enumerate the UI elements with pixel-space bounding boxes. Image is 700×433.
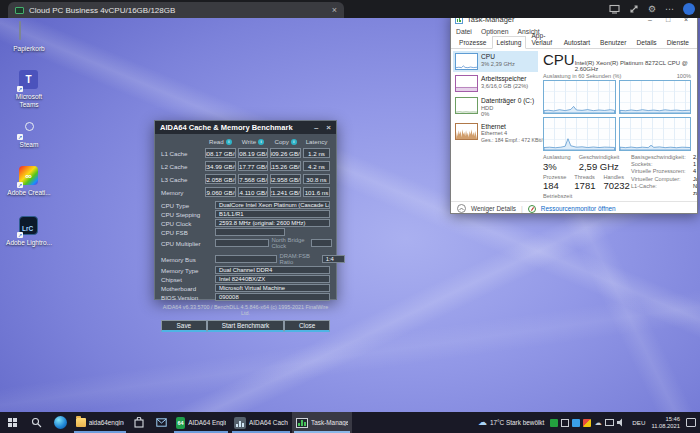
more-options-icon[interactable]: ⋯	[665, 4, 674, 14]
threads-value: 1781	[574, 180, 595, 191]
row-label: L2 Cache	[161, 163, 203, 170]
recycle-bin-icon	[19, 21, 21, 40]
info-icon[interactable]: i	[258, 139, 264, 145]
desktop-icon-creative-cloud[interactable]: ∞ ↗ Adobe Creati...	[6, 166, 52, 197]
sockets-value: 1	[693, 161, 696, 168]
value-box: 4.2 ns	[303, 161, 330, 171]
fullscreen-icon[interactable]	[629, 4, 639, 14]
sidebar-item-detail: 0%	[481, 111, 534, 118]
taskbar-edge-button[interactable]	[48, 412, 72, 433]
tab-leistung[interactable]: Leistung	[492, 36, 527, 49]
account-avatar[interactable]	[683, 3, 695, 15]
tray-app-icon[interactable]	[583, 419, 591, 427]
cpu-panel-heading: CPU	[543, 51, 575, 68]
tab-app-verlauf[interactable]: App-Verlauf	[526, 29, 558, 49]
taskbar-task-manager-button[interactable]: Task-Manager	[292, 412, 352, 433]
cpu-model-name: Intel(R) Xeon(R) Platinum 8272CL CPU @ 2…	[575, 60, 691, 72]
taskbar-mail-button[interactable]	[150, 412, 172, 433]
taskbar-store-button[interactable]	[128, 412, 150, 433]
info-row-chipset: Chipset Intel 82440BX/ZX	[161, 275, 330, 283]
start-button[interactable]	[0, 412, 24, 433]
browser-tab-strip: Cloud PC Business 4vCPU/16GB/128GB × ⚙ ⋯	[0, 0, 700, 18]
network-display-icon[interactable]	[605, 419, 614, 426]
close-button[interactable]: Close	[284, 320, 330, 332]
row-label: Memory	[161, 189, 203, 196]
graph-scale-max: 100%	[677, 73, 691, 79]
tab-close-icon[interactable]: ×	[332, 6, 337, 15]
value-box-empty	[215, 255, 277, 263]
less-details-button[interactable]: Weniger Details	[471, 205, 516, 212]
benchmark-header-row: Readi Writei Copyi Latency	[161, 138, 330, 145]
processes-value: 184	[543, 180, 566, 191]
tab-prozesse[interactable]: Prozesse	[454, 36, 492, 49]
save-button[interactable]: Save	[161, 320, 207, 332]
info-icon[interactable]: i	[226, 139, 232, 145]
cpu-core-graph-1	[543, 80, 616, 114]
value-box: DualCore Intel Xeon Platinum (Cascade La…	[215, 201, 330, 209]
send-to-device-icon[interactable]	[609, 4, 620, 14]
cpu-core-graphs	[543, 80, 691, 151]
tab-details[interactable]: Details	[631, 36, 661, 49]
aida64-tray-icon[interactable]	[550, 419, 558, 427]
value-box: 2593.8 MHz (original: 2600 MHz)	[215, 219, 330, 227]
value-box: 30.8 ns	[303, 174, 330, 184]
task-manager-menu-bar: Datei Optionen Ansicht	[451, 26, 697, 36]
aida64-title-bar[interactable]: AIDA64 Cache & Memory Benchmark – ×	[155, 121, 336, 134]
value-box: 809.26 GB/s	[270, 148, 301, 158]
taskbar-aida64-engineer-button[interactable]: 64 AIDA64 Engineer	[172, 412, 230, 433]
sidebar-item-detail: 3% 2,39 GHz	[481, 61, 515, 68]
close-icon[interactable]: ×	[326, 124, 331, 132]
sidebar-item-cpu[interactable]: CPU 3% 2,39 GHz	[453, 51, 538, 72]
keyboard-language-indicator[interactable]: DEU	[632, 419, 645, 426]
col-copy: Copy	[274, 138, 288, 145]
onedrive-icon[interactable]: ☁	[594, 419, 602, 427]
action-center-icon[interactable]	[686, 418, 696, 427]
open-resource-monitor-link[interactable]: Ressourcenmonitor öffnen	[541, 205, 616, 212]
sidebar-item-disk[interactable]: Datenträger 0 (C:) HDD 0%	[453, 95, 538, 120]
tab-dienste[interactable]: Dienste	[662, 36, 694, 49]
value-box: B1/L1/R1	[215, 210, 330, 218]
desktop-icon-label: Adobe Creati...	[7, 189, 50, 197]
desktop-icon-steam[interactable]: ↗ Steam	[6, 118, 52, 149]
tab-autostart[interactable]: Autostart	[559, 36, 595, 49]
desktop-icon-recycle-bin[interactable]: Papierkorb	[6, 22, 52, 53]
taskbar-explorer-button[interactable]: aida64engineer	[72, 412, 128, 433]
tray-app-icon[interactable]	[561, 419, 569, 427]
value-box-empty	[215, 228, 285, 236]
value-box: 234.99 GB/s	[205, 161, 236, 171]
value-box-empty	[311, 239, 333, 247]
menu-optionen[interactable]: Optionen	[481, 28, 509, 35]
minimize-icon[interactable]: –	[314, 124, 318, 132]
task-manager-tab-bar: Prozesse Leistung App-Verlauf Autostart …	[451, 36, 697, 49]
dram-fsb-value: 1:4	[322, 255, 346, 263]
taskbar-search-button[interactable]	[24, 412, 48, 433]
start-benchmark-button[interactable]: Start Benchmark	[207, 320, 285, 332]
sidebar-item-memory[interactable]: Arbeitsspeicher 3,6/16,0 GB (22%)	[453, 73, 538, 94]
utilization-label: Auslastung	[543, 154, 571, 161]
desktop-icon-label: Adobe Lightro...	[6, 239, 52, 247]
taskbar-clock[interactable]: 15:46 11.08.2021	[651, 416, 680, 429]
value-box: 37.568 GB/s	[238, 174, 269, 184]
taskbar-aida64-cache-button[interactable]: AIDA64 Cache & M...	[230, 412, 292, 433]
settings-gear-icon[interactable]: ⚙	[648, 4, 656, 14]
browser-tab[interactable]: Cloud PC Business 4vCPU/16GB/128GB ×	[8, 2, 344, 18]
col-latency: Latency	[306, 138, 328, 145]
row-label: CPU Stepping	[161, 211, 213, 218]
desktop-icon-lightroom[interactable]: LrC ↗ Adobe Lightro...	[6, 216, 52, 247]
info-icon[interactable]: i	[291, 139, 297, 145]
store-bag-icon	[134, 417, 144, 428]
row-label: Memory Type	[161, 267, 213, 274]
bench-row-l3: L3 Cache 42.058 GB/s 37.568 GB/s 32.958 …	[161, 174, 330, 184]
row-label: BIOS Version	[161, 294, 213, 301]
info-row-cpu-fsb: CPU FSB	[161, 228, 330, 236]
tray-app-icon[interactable]	[572, 419, 580, 427]
virtual-processors-label: Virtuelle Prozessoren:	[631, 168, 693, 175]
volume-icon[interactable]	[617, 418, 626, 427]
tab-benutzer[interactable]: Benutzer	[595, 36, 631, 49]
value-box: Intel 82440BX/ZX	[215, 275, 330, 283]
desktop-icon-teams[interactable]: T ↗ Microsoft Teams	[6, 70, 52, 108]
menu-datei[interactable]: Datei	[456, 28, 472, 35]
sidebar-item-ethernet[interactable]: Ethernet Ethernet 4 Ges.: 184 Empf.: 472…	[453, 121, 538, 146]
windows-logo-icon	[8, 418, 17, 427]
taskbar-weather-widget[interactable]: ☁ 17°C Stark bewölkt	[478, 418, 544, 427]
